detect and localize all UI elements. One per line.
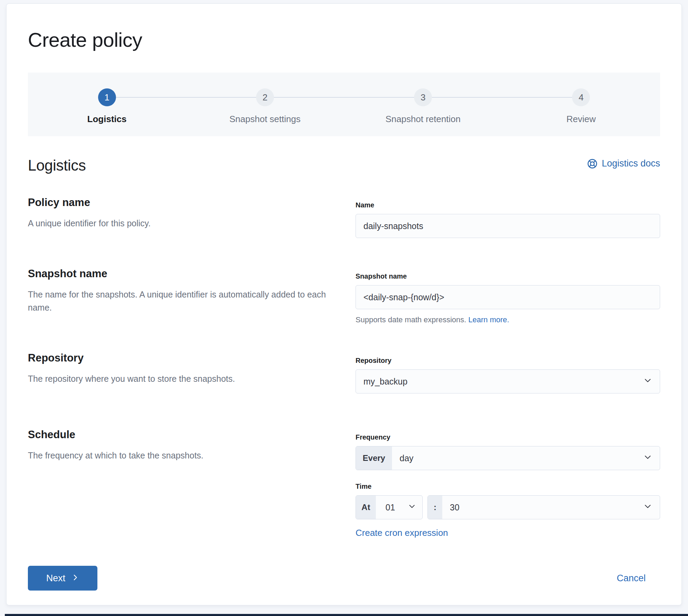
frequency-field-label: Frequency [356, 433, 660, 441]
step-3-circle: 3 [414, 88, 432, 106]
chevron-down-icon [408, 502, 416, 512]
step-4-label: Review [567, 114, 596, 125]
snapshot-name-heading: Snapshot name [28, 267, 338, 280]
step-2-label: Snapshot settings [230, 114, 301, 125]
step-logistics[interactable]: 1 Logistics [28, 73, 186, 136]
snapshot-name-input[interactable] [356, 285, 660, 309]
chevron-down-icon [643, 376, 652, 387]
snapshot-name-field-label: Snapshot name [356, 272, 660, 280]
frequency-select-value: day [392, 453, 413, 463]
step-snapshot-retention[interactable]: 3 Snapshot retention [344, 73, 502, 136]
frequency-prepend-label: Every [356, 446, 392, 470]
step-1-label: Logistics [87, 114, 127, 125]
policy-name-input[interactable] [356, 214, 660, 238]
policy-name-row: Policy name A unique identifier for this… [28, 196, 660, 238]
snapshot-name-help-text: Supports date math expressions. [356, 315, 466, 324]
time-separator-label: : [428, 496, 442, 519]
chevron-right-icon [72, 573, 79, 584]
policy-name-description: A unique identifier for this policy. [28, 217, 338, 230]
step-1-circle: 1 [98, 88, 116, 106]
chevron-down-icon [643, 502, 652, 513]
name-field-label: Name [356, 201, 660, 209]
schedule-row: Schedule The frequency at which to take … [28, 428, 660, 538]
minute-select[interactable]: : 30 [427, 495, 660, 519]
repository-field-label: Repository [356, 357, 660, 365]
repository-heading: Repository [28, 351, 338, 365]
repository-description: The repository where you want to store t… [28, 372, 338, 385]
step-3-label: Snapshot retention [385, 114, 461, 125]
section-title: Logistics [28, 156, 86, 174]
lifebuoy-icon [587, 159, 597, 169]
cancel-link[interactable]: Cancel [617, 573, 646, 584]
frequency-select[interactable]: Every day [356, 446, 660, 470]
schedule-description: The frequency at which to take the snaps… [28, 449, 338, 462]
repository-select[interactable]: my_backup [356, 369, 660, 393]
step-review[interactable]: 4 Review [502, 73, 660, 136]
step-4-circle: 4 [572, 88, 590, 106]
chevron-down-icon [643, 453, 652, 464]
docs-link-label: Logistics docs [602, 158, 660, 169]
create-policy-panel: Create policy 1 Logistics 2 Snapshot set… [6, 3, 682, 605]
snapshot-name-row: Snapshot name The name for the snapshots… [28, 267, 660, 324]
next-button-label: Next [46, 573, 65, 584]
time-field-label: Time [356, 483, 660, 490]
time-prepend-label: At [356, 496, 376, 519]
repository-select-value: my_backup [356, 377, 407, 387]
hour-select[interactable]: At 01 [356, 495, 423, 519]
step-2-circle: 2 [256, 88, 274, 106]
hour-select-value: 01 [376, 502, 395, 512]
step-snapshot-settings[interactable]: 2 Snapshot settings [186, 73, 344, 136]
schedule-heading: Schedule [28, 428, 338, 441]
page-title: Create policy [28, 28, 660, 52]
learn-more-link[interactable]: Learn more. [468, 315, 509, 324]
policy-name-heading: Policy name [28, 196, 338, 209]
bottom-edge-bar [5, 614, 688, 616]
repository-row: Repository The repository where you want… [28, 351, 660, 393]
next-button[interactable]: Next [28, 566, 97, 591]
wizard-stepper: 1 Logistics 2 Snapshot settings 3 Snapsh… [28, 73, 660, 136]
snapshot-name-description: The name for the snapshots. A unique ide… [28, 288, 338, 314]
logistics-docs-link[interactable]: Logistics docs [587, 158, 660, 169]
create-cron-expression-link[interactable]: Create cron expression [356, 528, 448, 538]
minute-select-value: 30 [442, 502, 459, 512]
